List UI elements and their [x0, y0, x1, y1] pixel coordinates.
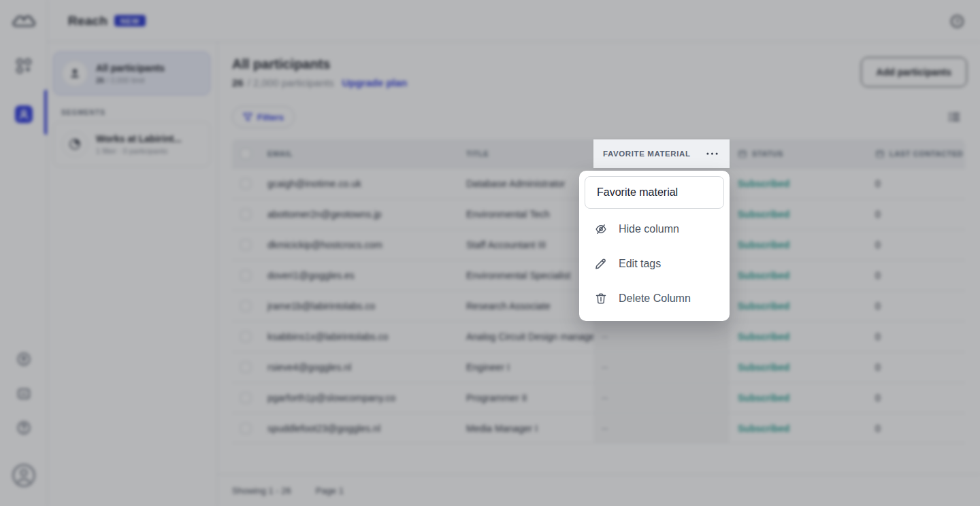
menu-item-hide-column[interactable]: Hide column — [585, 214, 724, 244]
column-menu-dots-button[interactable] — [706, 152, 720, 156]
favorite-material-header-label: FAVORITE MATERIAL — [603, 150, 691, 158]
menu-item-delete-column[interactable]: Delete Column — [585, 284, 724, 314]
menu-item-edit-tags[interactable]: Edit tags — [585, 249, 724, 279]
favorite-material-column-header[interactable]: FAVORITE MATERIAL — [593, 139, 730, 168]
ellipsis-icon — [706, 152, 718, 155]
delete-column-label: Delete Column — [619, 292, 691, 305]
screen: Reach NEW ? All participants 26 / 2,000 … — [0, 0, 980, 506]
edit-tags-label: Edit tags — [619, 258, 661, 270]
eye-off-icon — [594, 222, 608, 236]
modal-dim-overlay[interactable] — [0, 0, 980, 506]
hide-column-label: Hide column — [619, 223, 679, 235]
trash-icon — [594, 292, 608, 305]
column-name-input[interactable] — [585, 176, 724, 209]
pencil-icon — [594, 257, 608, 271]
column-options-popover: Hide column Edit tags Delete Column — [579, 171, 730, 321]
